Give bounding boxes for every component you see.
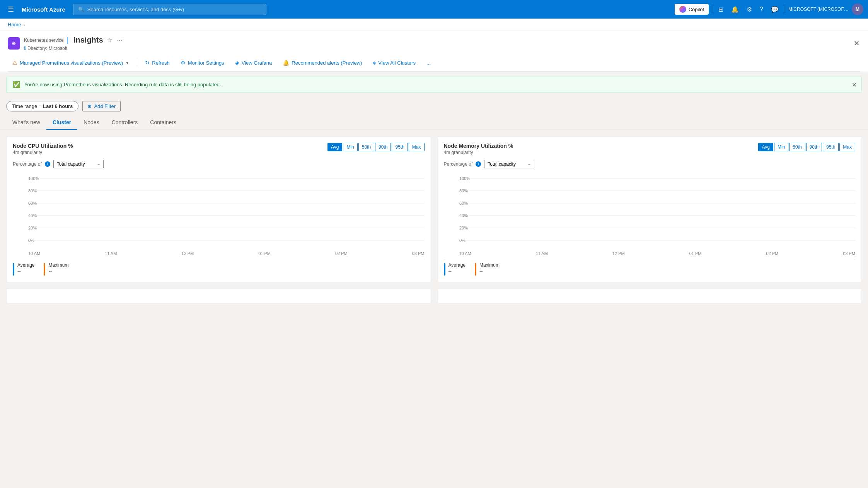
content-area: ✅ You're now using Prometheus visualizat…	[0, 77, 868, 310]
info-banner: ✅ You're now using Prometheus visualizat…	[6, 77, 862, 92]
cpu-chart-area: 100% 80% 60% 40% 20% 0% 10 AM 11 AM	[13, 172, 425, 256]
view-grafana-button[interactable]: ◈ View Grafana	[230, 57, 277, 68]
cpu-x-label-3: 12 PM	[181, 251, 194, 256]
page-header: ⎈ Kubernetes service | Insights ☆ ··· ℹ …	[0, 31, 868, 72]
memory-legend-max-color	[475, 263, 476, 276]
add-filter-label: Add Filter	[94, 103, 116, 109]
favorite-button[interactable]: ☆	[106, 36, 113, 45]
settings-icon[interactable]: ⚙	[744, 3, 755, 15]
cpu-btn-max[interactable]: Max	[409, 143, 425, 151]
memory-percentage-row: Percentage of i Total capacity Requested…	[444, 160, 856, 168]
prometheus-dropdown-arrow: ▼	[125, 61, 129, 65]
svg-text:80%: 80%	[28, 188, 37, 193]
cpu-chart-header: Node CPU Utilization % 4m granularity Av…	[13, 143, 425, 155]
banner-close-button[interactable]: ✕	[852, 81, 857, 88]
memory-chart-area: 100% 80% 60% 40% 20% 0% 10 AM 11 AM	[444, 172, 856, 256]
memory-legend-avg-info: Average --	[448, 262, 466, 274]
portal-menu-icon[interactable]: ⊞	[715, 3, 726, 15]
memory-legend-avg-value: --	[448, 269, 466, 274]
memory-x-label-6: 03 PM	[843, 251, 855, 256]
memory-btn-min[interactable]: Min	[774, 143, 788, 151]
service-name-label: Kubernetes service	[24, 38, 64, 43]
search-icon: 🔍	[78, 7, 84, 12]
memory-btn-max[interactable]: Max	[839, 143, 855, 151]
banner-message: You're now using Prometheus visualizatio…	[24, 82, 221, 87]
service-icon-container: ⎈	[8, 37, 20, 50]
cpu-btn-90th[interactable]: 90th	[375, 143, 391, 151]
cpu-chart-subtitle: 4m granularity	[13, 150, 73, 155]
tab-containers[interactable]: Containers	[144, 115, 182, 130]
memory-info-icon[interactable]: i	[476, 161, 481, 167]
memory-select-wrapper: Total capacity Requested Limits	[484, 160, 534, 168]
monitor-settings-button[interactable]: ⚙ Monitor Settings	[176, 57, 229, 68]
tab-whats-new[interactable]: What's new	[6, 115, 46, 130]
view-grafana-label: View Grafana	[242, 60, 272, 66]
tab-cluster[interactable]: Cluster	[46, 115, 77, 130]
user-avatar[interactable]: M	[852, 3, 863, 15]
breadcrumb-home[interactable]: Home	[8, 22, 21, 27]
memory-legend-maximum: Maximum --	[475, 262, 500, 276]
kubernetes-icon: ⎈	[8, 37, 20, 50]
breadcrumb-separator: ›	[24, 22, 25, 27]
memory-x-labels: 10 AM 11 AM 12 PM 01 PM 02 PM 03 PM	[459, 250, 856, 256]
add-filter-button[interactable]: ⊕ Add Filter	[82, 101, 121, 111]
cpu-btn-min[interactable]: Min	[343, 143, 357, 151]
recommended-alerts-label: Recommended alerts (Preview)	[292, 60, 362, 66]
grafana-icon: ◈	[235, 60, 239, 66]
cpu-info-icon[interactable]: i	[45, 161, 50, 167]
toolbar-more-button[interactable]: ...	[422, 58, 435, 68]
cpu-x-label-4: 01 PM	[258, 251, 271, 256]
memory-chart-title: Node Memory Utilization %	[444, 143, 513, 149]
cpu-legend-maximum: Maximum --	[44, 262, 68, 276]
cpu-btn-95th[interactable]: 95th	[392, 143, 408, 151]
close-page-button[interactable]: ✕	[853, 38, 860, 48]
title-separator: |	[67, 36, 69, 45]
cpu-x-label-6: 03 PM	[412, 251, 425, 256]
cpu-select-wrapper: Total capacity Requested Limits	[53, 160, 104, 168]
feedback-icon[interactable]: 💬	[768, 3, 782, 15]
cpu-legend-avg-info: Average --	[17, 262, 34, 274]
svg-text:20%: 20%	[28, 226, 37, 230]
help-icon[interactable]: ?	[757, 3, 766, 15]
cpu-x-label-1: 10 AM	[28, 251, 40, 256]
memory-btn-avg[interactable]: Avg	[758, 143, 773, 151]
memory-btn-95th[interactable]: 95th	[823, 143, 839, 151]
more-options-button[interactable]: ···	[116, 36, 123, 45]
view-all-clusters-button[interactable]: ⎈ View All Clusters	[368, 57, 420, 68]
memory-btn-50th[interactable]: 50th	[789, 143, 805, 151]
svg-text:0%: 0%	[459, 238, 466, 243]
top-nav-right: Copilot ⊞ 🔔 ⚙ ? 💬 MICROSOFT (MICROSOFT.O…	[675, 3, 863, 15]
cpu-btn-avg[interactable]: Avg	[327, 143, 342, 151]
charts-row-2	[6, 288, 862, 304]
tab-nodes[interactable]: Nodes	[77, 115, 105, 130]
notifications-icon[interactable]: 🔔	[728, 3, 742, 15]
time-range-button[interactable]: Time range = Last 6 hours	[6, 101, 78, 111]
cpu-legend-max-label: Maximum	[48, 262, 68, 268]
svg-text:60%: 60%	[28, 201, 37, 205]
memory-btn-90th[interactable]: 90th	[806, 143, 822, 151]
cpu-chart-legend: Average -- Maximum --	[13, 259, 425, 276]
chart-card-3	[6, 288, 431, 304]
prometheus-icon: ⚠	[12, 60, 17, 66]
cpu-percentage-select[interactable]: Total capacity Requested Limits	[53, 160, 104, 168]
cpu-x-label-5: 02 PM	[335, 251, 348, 256]
memory-x-label-3: 12 PM	[612, 251, 625, 256]
memory-percentage-select[interactable]: Total capacity Requested Limits	[484, 160, 534, 168]
page-title: Insights	[73, 36, 103, 45]
refresh-button[interactable]: ↻ Refresh	[140, 57, 174, 68]
tab-controllers[interactable]: Controllers	[106, 115, 144, 130]
page-title-section: Kubernetes service | Insights ☆ ··· ℹ Di…	[24, 36, 123, 51]
cpu-legend-max-value: --	[48, 269, 68, 274]
settings-gear-icon: ⚙	[181, 60, 186, 66]
prometheus-dropdown-button[interactable]: ⚠ Managed Prometheus visualizations (Pre…	[8, 57, 134, 68]
hamburger-menu-button[interactable]: ☰	[5, 3, 17, 15]
user-display[interactable]: MICROSOFT (MICROSOFT.ONMI...	[788, 7, 850, 12]
nav-separator-1	[712, 5, 712, 14]
recommended-alerts-button[interactable]: 🔔 Recommended alerts (Preview)	[278, 57, 367, 68]
search-bar[interactable]: 🔍 Search resources, services, and docs (…	[73, 4, 266, 15]
copilot-button[interactable]: Copilot	[675, 4, 709, 15]
cpu-btn-50th[interactable]: 50th	[358, 143, 374, 151]
memory-chart-legend: Average -- Maximum --	[444, 259, 856, 276]
memory-chart-title-section: Node Memory Utilization % 4m granularity	[444, 143, 513, 155]
toolbar-separator-1	[137, 58, 137, 67]
